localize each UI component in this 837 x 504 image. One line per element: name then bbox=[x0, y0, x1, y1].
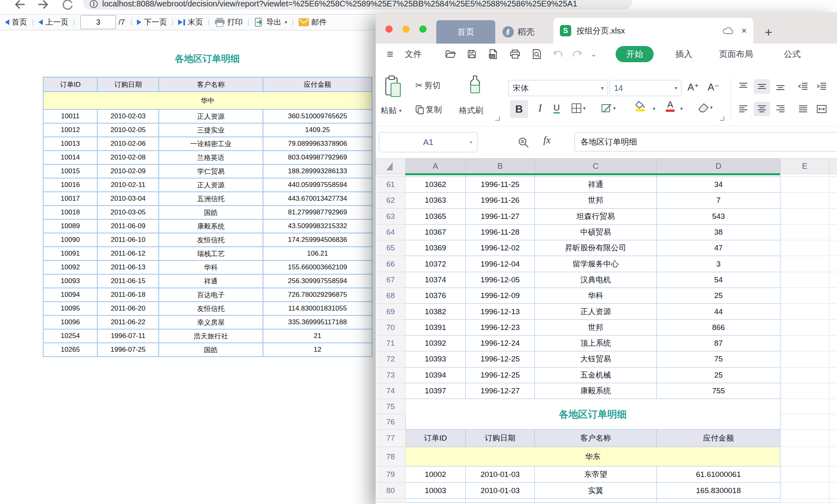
column-header[interactable]: B bbox=[466, 159, 535, 174]
open-file-icon[interactable] bbox=[445, 44, 456, 65]
align-right-button[interactable] bbox=[772, 102, 789, 116]
format-painter-icon[interactable] bbox=[468, 75, 482, 99]
cell[interactable]: 1996-12-02 bbox=[466, 240, 535, 256]
menu-insert[interactable]: 插入 bbox=[675, 44, 692, 65]
cell[interactable]: 54 bbox=[657, 272, 780, 288]
tab-docer[interactable]: 稻壳 bbox=[499, 20, 538, 44]
forward-icon[interactable] bbox=[36, 0, 50, 10]
cell[interactable] bbox=[780, 383, 829, 399]
cell[interactable] bbox=[829, 414, 837, 430]
cell[interactable]: 1996-11-26 bbox=[466, 193, 535, 208]
cell[interactable]: 中硕贸易 bbox=[535, 224, 657, 240]
cell[interactable]: 顶上系统 bbox=[535, 335, 657, 351]
cell[interactable]: 祥通 bbox=[535, 177, 657, 193]
zoom-window-button[interactable] bbox=[419, 25, 427, 33]
cell[interactable]: 44 bbox=[657, 304, 780, 319]
column-header[interactable]: D bbox=[657, 159, 780, 174]
row-header[interactable]: 67 bbox=[376, 272, 406, 288]
row-header[interactable]: 64 bbox=[376, 224, 406, 240]
cell[interactable]: 订购日期 bbox=[466, 430, 535, 447]
align-bottom-button[interactable] bbox=[772, 79, 789, 94]
prev-page-button[interactable]: 上一页 bbox=[38, 17, 68, 27]
cell[interactable] bbox=[829, 383, 837, 399]
chevron-down-icon[interactable]: ▾ bbox=[680, 106, 683, 111]
row-header[interactable]: 72 bbox=[376, 351, 406, 367]
row-header[interactable]: 65 bbox=[376, 240, 406, 256]
cell[interactable] bbox=[829, 208, 837, 224]
cell[interactable]: 10382 bbox=[406, 304, 466, 319]
increase-font-button[interactable]: A⁺ bbox=[688, 82, 699, 93]
cell[interactable] bbox=[780, 319, 829, 335]
more-actions-caret-icon[interactable]: ⌄ bbox=[591, 44, 597, 65]
align-center-button[interactable] bbox=[754, 102, 770, 116]
cell[interactable] bbox=[780, 399, 829, 414]
cell[interactable]: 康毅系统 bbox=[535, 383, 657, 399]
cell[interactable]: 应付金额 bbox=[657, 430, 780, 447]
align-top-button[interactable] bbox=[735, 79, 751, 94]
cell[interactable] bbox=[829, 193, 837, 208]
cell[interactable] bbox=[829, 256, 837, 272]
column-header[interactable] bbox=[829, 159, 837, 174]
undo-icon[interactable] bbox=[553, 44, 563, 65]
cell[interactable]: 10003 bbox=[406, 483, 466, 499]
cell[interactable] bbox=[829, 240, 837, 256]
cell[interactable] bbox=[780, 177, 829, 193]
column-header[interactable]: A bbox=[406, 159, 466, 174]
close-window-button[interactable] bbox=[385, 25, 393, 33]
close-tab-icon[interactable]: × bbox=[741, 25, 747, 36]
italic-button[interactable]: I bbox=[533, 101, 547, 116]
cell[interactable]: 10362 bbox=[406, 177, 466, 193]
fill-color-button[interactable] bbox=[629, 99, 652, 113]
cell[interactable]: 61.61000061 bbox=[657, 466, 780, 483]
paste-button[interactable]: 粘贴▾ bbox=[381, 105, 402, 116]
cell[interactable]: 汉典电机 bbox=[535, 272, 657, 288]
cell[interactable]: 10369 bbox=[406, 240, 466, 256]
cell[interactable]: 东帝望 bbox=[535, 466, 657, 483]
row-header[interactable]: 75 bbox=[376, 399, 406, 414]
cell[interactable] bbox=[829, 304, 837, 319]
cell[interactable]: 正人资源 bbox=[535, 304, 657, 319]
cell[interactable]: 大钰贸易 bbox=[535, 351, 657, 367]
cell[interactable] bbox=[780, 304, 829, 319]
cell[interactable]: 47 bbox=[657, 240, 780, 256]
cell[interactable] bbox=[829, 272, 837, 288]
cell[interactable]: 1996-11-28 bbox=[466, 224, 535, 240]
menu-file[interactable]: 文件 bbox=[405, 44, 422, 65]
cell[interactable] bbox=[829, 177, 837, 193]
menu-start[interactable]: 开始 bbox=[616, 44, 654, 65]
page-number-input[interactable] bbox=[80, 15, 116, 29]
cell[interactable]: 1996-12-27 bbox=[466, 383, 535, 399]
cell[interactable]: 75 bbox=[657, 351, 780, 367]
fx-icon[interactable]: fx bbox=[543, 134, 551, 146]
name-box[interactable]: A1 ▾ bbox=[379, 132, 477, 152]
cell[interactable]: 34 bbox=[657, 177, 780, 193]
reload-icon[interactable] bbox=[61, 0, 74, 10]
cell[interactable]: 1996-12-25 bbox=[466, 351, 535, 367]
cell[interactable]: 1996-12-13 bbox=[466, 304, 535, 319]
eraser-button[interactable]: ▾ bbox=[693, 100, 717, 115]
cell[interactable]: 10392 bbox=[406, 335, 466, 351]
align-left-button[interactable] bbox=[735, 102, 751, 116]
menu-formula[interactable]: 公式 bbox=[784, 44, 801, 65]
cell[interactable]: 10363 bbox=[406, 193, 466, 208]
cell[interactable]: 订单ID bbox=[406, 430, 466, 447]
cell[interactable] bbox=[780, 288, 829, 304]
font-family-select[interactable]: 宋体▾ bbox=[508, 80, 608, 96]
cell[interactable] bbox=[829, 335, 837, 351]
mail-button[interactable]: 邮件 bbox=[299, 17, 327, 27]
wrap-text-button[interactable] bbox=[814, 102, 830, 116]
row-header[interactable]: 71 bbox=[376, 335, 406, 351]
cell[interactable]: 1996-12-23 bbox=[466, 319, 535, 335]
address-bar[interactable]: localhost:8088/webroot/decision/view/rep… bbox=[83, 0, 632, 10]
cell[interactable]: 25 bbox=[657, 288, 780, 304]
row-header[interactable]: 69 bbox=[376, 304, 406, 319]
copy-button[interactable]: 复制 bbox=[415, 104, 442, 115]
cloud-sync-icon[interactable] bbox=[722, 26, 734, 35]
cell[interactable] bbox=[780, 256, 829, 272]
export-pdf-icon[interactable]: PDF bbox=[488, 44, 498, 65]
row-header[interactable]: 61 bbox=[376, 177, 406, 193]
cell[interactable]: 世邦 bbox=[535, 319, 657, 335]
cell[interactable]: 2010-01-03 bbox=[466, 483, 535, 499]
increase-indent-button[interactable] bbox=[814, 79, 830, 94]
cell[interactable]: 25 bbox=[657, 367, 780, 383]
